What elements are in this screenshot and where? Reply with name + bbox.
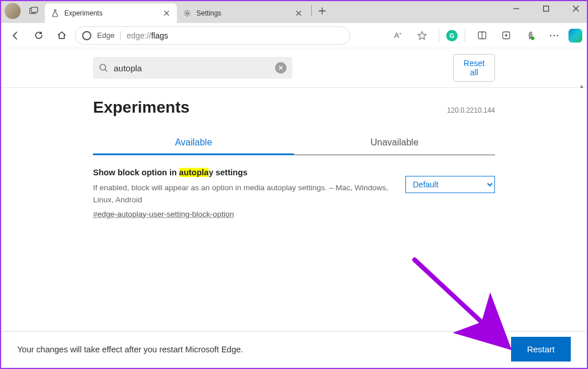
tab-available[interactable]: Available (93, 132, 294, 155)
flag-description: If enabled, block will appear as an opti… (93, 182, 394, 206)
flask-icon (51, 9, 60, 18)
browser-tab-settings[interactable]: Settings (177, 3, 309, 23)
grammarly-extension-icon[interactable]: G (446, 30, 458, 41)
flags-content: Experiments 120.0.2210.144 Available Una… (1, 88, 587, 369)
new-tab-button[interactable] (314, 3, 330, 19)
restart-message: Your changes will take effect after you … (17, 345, 243, 354)
tab-title: Experiments (64, 9, 157, 17)
split-screen-button[interactable] (472, 26, 492, 45)
tab-separator (311, 5, 312, 16)
search-icon (99, 63, 108, 72)
read-aloud-button[interactable]: A» (388, 26, 408, 45)
tab-unavailable[interactable]: Unavailable (294, 132, 495, 155)
more-button[interactable] (544, 26, 564, 45)
separator (120, 31, 121, 40)
scroll-up-icon[interactable]: ▲ (578, 82, 586, 90)
browser-tab-experiments[interactable]: Experiments (45, 3, 177, 23)
restart-bar: Your changes will take effect after you … (2, 331, 586, 367)
refresh-button[interactable] (29, 26, 48, 45)
close-icon[interactable] (294, 9, 303, 18)
tab-title: Settings (196, 9, 289, 17)
close-window-button[interactable] (567, 2, 585, 15)
svg-point-8 (554, 34, 555, 36)
performance-button[interactable] (520, 26, 540, 45)
maximize-button[interactable] (537, 2, 555, 15)
restart-button[interactable]: Restart (511, 337, 571, 362)
collections-button[interactable] (496, 26, 516, 45)
toolbar: Edge edge://flags A» G (1, 23, 587, 48)
flags-search-box[interactable] (93, 57, 292, 79)
url-text: edge://flags (126, 31, 168, 40)
back-button[interactable] (6, 26, 25, 45)
gear-icon (183, 9, 192, 18)
svg-point-9 (557, 34, 559, 36)
svg-rect-3 (544, 6, 549, 11)
home-button[interactable] (52, 26, 71, 45)
svg-point-6 (531, 36, 535, 40)
version-label: 120.0.2210.144 (447, 106, 495, 114)
svg-point-10 (100, 64, 106, 70)
reset-all-button[interactable]: Reset all (453, 54, 495, 82)
flag-hash-link[interactable]: #edge-autoplay-user-setting-block-option (93, 210, 234, 218)
separator (465, 29, 465, 42)
window-controls (508, 2, 585, 15)
tab-overview-button[interactable] (26, 3, 41, 18)
minimize-button[interactable] (508, 2, 525, 15)
profile-avatar[interactable] (5, 3, 21, 19)
svg-point-2 (186, 12, 188, 14)
clear-search-button[interactable] (275, 62, 287, 74)
separator (439, 29, 439, 42)
flags-search-input[interactable] (114, 63, 269, 73)
flag-item: Show block option in autoplay settings I… (93, 155, 495, 219)
flag-state-select[interactable]: Default (405, 176, 495, 193)
favorite-button[interactable] (412, 26, 432, 45)
flags-tabs: Available Unavailable (93, 132, 495, 155)
svg-point-7 (550, 34, 552, 36)
edge-logo-icon (82, 31, 91, 40)
titlebar: Experiments Settings (1, 1, 587, 23)
page-title: Experiments (93, 98, 189, 117)
address-bar[interactable]: Edge edge://flags (75, 26, 350, 45)
copilot-button[interactable] (568, 29, 582, 43)
flags-search-row: Reset all (1, 48, 587, 88)
close-icon[interactable] (162, 9, 171, 18)
svg-rect-1 (32, 7, 38, 13)
flag-title: Show block option in autoplay settings (93, 167, 394, 179)
site-identity: Edge (97, 31, 114, 40)
